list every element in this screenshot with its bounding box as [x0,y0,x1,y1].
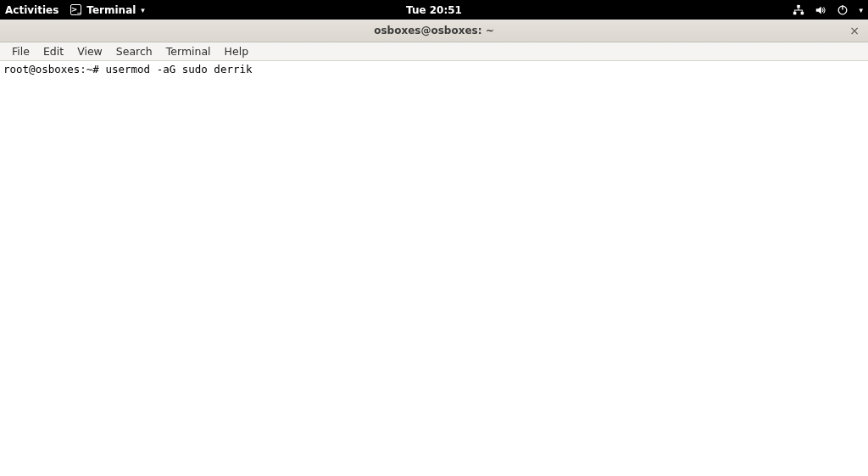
network-icon[interactable] [793,4,804,16]
dropdown-arrow-icon: ▾ [141,6,145,14]
system-menu-arrow-icon[interactable]: ▾ [859,6,863,14]
svg-rect-0 [798,4,801,8]
terminal-icon: >_ [70,4,81,15]
shell-prompt: root@osboxes:~# [3,63,105,76]
activities-button[interactable]: Activities [5,4,58,16]
panel-left-group: Activities >_ Terminal ▾ [5,4,145,16]
gnome-top-panel: Activities >_ Terminal ▾ Tue 20:51 ▾ [0,0,868,20]
menu-view[interactable]: View [70,43,109,59]
window-titlebar: osboxes@osboxes: ~ × [0,20,868,42]
terminal-output[interactable]: root@osboxes:~# usermod -aG sudo derrik [0,61,868,476]
window-title: osboxes@osboxes: ~ [374,25,494,36]
svg-rect-4 [843,5,843,9]
close-button[interactable]: × [848,24,861,37]
svg-rect-2 [801,11,804,14]
power-icon[interactable] [837,4,849,16]
svg-rect-1 [793,11,797,14]
menu-terminal[interactable]: Terminal [159,43,218,59]
volume-icon[interactable] [815,4,826,16]
close-icon: × [849,24,860,37]
app-menu-label: Terminal [86,4,136,16]
panel-right-group: ▾ [793,4,863,16]
menu-search[interactable]: Search [109,43,159,59]
app-menu[interactable]: >_ Terminal ▾ [70,4,145,16]
menu-file[interactable]: File [5,43,36,59]
menu-help[interactable]: Help [218,43,256,59]
menubar: File Edit View Search Terminal Help [0,42,868,61]
shell-command: usermod -aG sudo derrik [105,63,252,76]
panel-clock[interactable]: Tue 20:51 [406,4,462,16]
menu-edit[interactable]: Edit [36,43,70,59]
